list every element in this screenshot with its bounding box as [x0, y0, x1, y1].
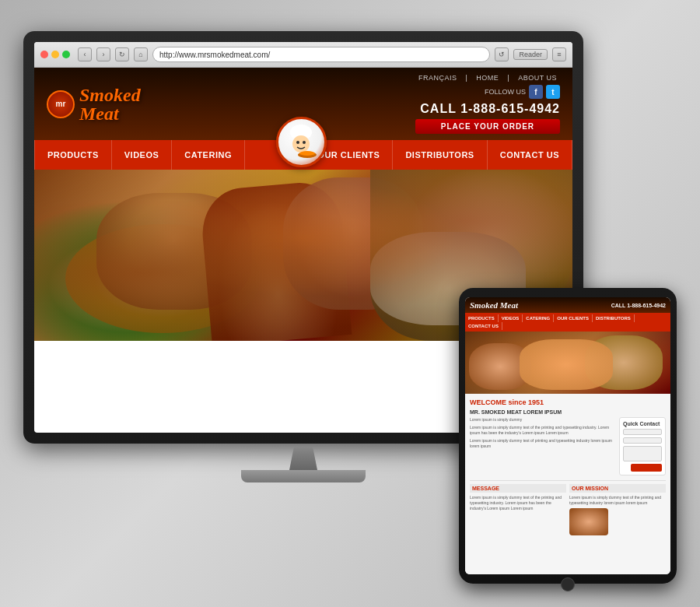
nav-item-distributors[interactable]: DISTRIBUTORS: [393, 140, 487, 170]
tablet-nav-distributors[interactable]: DISTRIBUTORS: [593, 314, 635, 322]
stand-neck: [280, 447, 327, 470]
tablet-nav-videos[interactable]: VIDEOS: [499, 314, 523, 322]
home-link[interactable]: HOME: [476, 74, 499, 82]
header-right: FRANÇAIS | HOME | ABOUT US FOLLOW US f t: [415, 74, 560, 134]
settings-icon[interactable]: ≡: [552, 47, 566, 61]
tablet-logo: Smoked Meat: [470, 300, 518, 310]
contact-submit-button[interactable]: [631, 464, 662, 472]
message-text: Lorem ipsum is simply dummy text of the …: [470, 495, 566, 511]
content-divider: [470, 480, 666, 481]
contact-name-input[interactable]: [623, 429, 662, 435]
nav-item-products[interactable]: PRODUCTS: [34, 140, 112, 170]
top-links: FRANÇAIS | HOME | ABOUT US: [415, 74, 560, 82]
facebook-icon[interactable]: f: [529, 85, 543, 99]
logo-badge: mr: [47, 90, 75, 118]
monitor-stand: [241, 447, 366, 482]
tablet-content: WELCOME since 1951 MR. SMOKED MEAT LOREM…: [465, 394, 670, 574]
tablet-contact-sidebar: Quick Contact: [619, 417, 666, 475]
svg-point-3: [296, 141, 299, 144]
tablet-welcome-title: WELCOME since 1951: [470, 398, 666, 406]
tablet-home-button[interactable]: [561, 577, 575, 591]
mission-food-thumb: [569, 508, 608, 535]
forward-button[interactable]: ›: [96, 47, 110, 61]
message-col: MESSAGE Lorem ipsum is simply dummy text…: [470, 484, 566, 535]
message-title: MESSAGE: [470, 484, 566, 493]
minimize-button[interactable]: [51, 51, 59, 58]
tablet-header: Smoked Meat CALL 1-888-615-4942: [465, 297, 670, 313]
browser-chrome: ‹ › ↻ ⌂ http://www.mrsmokedmeat.com/ ↺ R…: [34, 42, 572, 68]
nav-item-videos[interactable]: VIDEOS: [112, 140, 173, 170]
tablet-screen: Smoked Meat CALL 1-888-615-4942 PRODUCTS…: [465, 297, 670, 574]
tablet-nav-products[interactable]: PRODUCTS: [465, 314, 499, 322]
mascot-circle: [276, 117, 327, 167]
tablet-body1: Lorem ipsum is simply dummy: [470, 417, 616, 423]
mission-text: Lorem ipsum is simply dummy text of the …: [569, 495, 666, 506]
tablet: Smoked Meat CALL 1-888-615-4942 PRODUCTS…: [459, 288, 677, 584]
traffic-lights: [40, 51, 70, 58]
stand-base: [241, 470, 366, 482]
tablet-contact-form: Quick Contact: [619, 417, 666, 475]
main-navigation: PRODUCTS VIDEOS CATERING OUR CLIENTS DIS…: [34, 140, 572, 170]
svg-point-2: [292, 135, 310, 153]
tablet-nav-catering[interactable]: CATERING: [523, 314, 554, 322]
tablet-body2: Lorem ipsum is simply dummy text of the …: [470, 425, 616, 436]
close-button[interactable]: [40, 51, 48, 58]
tablet-hero: [465, 332, 670, 394]
separator2: |: [507, 74, 509, 82]
site-logo: mr Smoked Meat: [47, 86, 141, 123]
address-bar[interactable]: http://www.mrsmokedmeat.com/: [152, 47, 490, 62]
order-button[interactable]: PLACE YOUR ORDER: [415, 119, 560, 134]
nav-item-contact[interactable]: CONTACT US: [488, 140, 572, 170]
logo-text: Smoked Meat: [79, 86, 141, 123]
svg-point-4: [303, 141, 306, 144]
mission-title: OUR MISSION: [569, 484, 666, 493]
tablet-nav-contact[interactable]: CONTACT US: [465, 322, 502, 330]
tablet-nav: PRODUCTS VIDEOS CATERING OUR CLIENTS DIS…: [465, 313, 670, 332]
lang-link[interactable]: FRANÇAIS: [418, 74, 457, 82]
tablet-frame: Smoked Meat CALL 1-888-615-4942 PRODUCTS…: [459, 288, 677, 584]
main-scene: ‹ › ↻ ⌂ http://www.mrsmokedmeat.com/ ↺ R…: [0, 0, 700, 607]
follow-label: FOLLOW US: [485, 88, 526, 96]
separator1: |: [465, 74, 467, 82]
contact-email-input[interactable]: [623, 437, 662, 444]
refresh-icon[interactable]: ↺: [495, 47, 509, 61]
nav-item-catering[interactable]: CATERING: [172, 140, 245, 170]
contact-message-input[interactable]: [623, 446, 662, 461]
mascot: [276, 117, 331, 179]
logo-line1: Smoked: [79, 85, 141, 105]
logo-badge-text: mr: [56, 100, 66, 108]
bottom-two-col: MESSAGE Lorem ipsum is simply dummy text…: [470, 484, 666, 535]
tablet-text-block: Lorem ipsum is simply dummy Lorem ipsum …: [470, 417, 616, 475]
tablet-main-section: Lorem ipsum is simply dummy Lorem ipsum …: [470, 417, 666, 475]
follow-row: FOLLOW US f t: [415, 85, 560, 99]
reader-button[interactable]: Reader: [513, 49, 548, 60]
home-button[interactable]: ⌂: [134, 47, 148, 61]
tablet-nav-clients[interactable]: OUR CLIENTS: [554, 314, 593, 322]
tablet-mr-smoked: MR. SMOKED MEAT LOREM IPSUM: [470, 409, 666, 415]
mission-col: OUR MISSION Lorem ipsum is simply dummy …: [569, 484, 666, 535]
tablet-phone: CALL 1-888-615-4942: [611, 303, 666, 308]
svg-point-6: [299, 151, 315, 156]
about-link[interactable]: ABOUT US: [518, 74, 557, 82]
logo-line2: Meat: [79, 104, 119, 124]
reload-button[interactable]: ↻: [115, 47, 129, 61]
url-text: http://www.mrsmokedmeat.com/: [159, 51, 270, 59]
maximize-button[interactable]: [62, 51, 70, 58]
quick-contact-title: Quick Contact: [623, 421, 662, 426]
phone-number[interactable]: CALL 1-888-615-4942: [415, 102, 560, 116]
tablet-body3: Lorem ipsum is simply dummy text of prin…: [470, 438, 616, 449]
back-button[interactable]: ‹: [78, 47, 92, 61]
twitter-icon[interactable]: t: [546, 85, 560, 99]
